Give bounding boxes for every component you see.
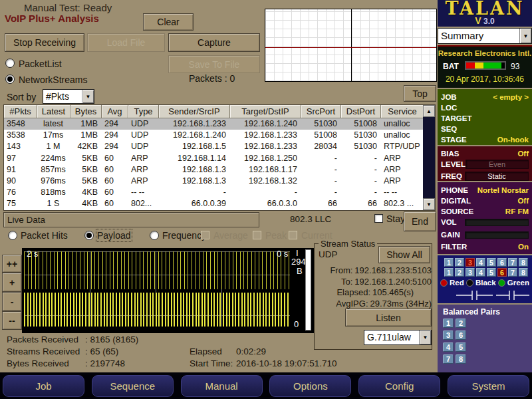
pair-button[interactable]: 3 <box>466 258 475 267</box>
table-row[interactable]: 97224ms5KB60ARP192.168.1.14192.168.1.250… <box>4 153 435 164</box>
pair-button[interactable]: 5 <box>487 268 496 277</box>
column-header[interactable]: #Pkts <box>4 105 37 118</box>
pair-button[interactable]: 4 <box>476 258 485 267</box>
pair-button[interactable]: 6 <box>497 258 507 267</box>
column-header[interactable]: Latest <box>37 105 70 118</box>
end-button[interactable]: End <box>404 211 436 231</box>
column-header[interactable]: Target/DstIP <box>230 105 301 118</box>
level-button[interactable]: Even <box>466 160 529 169</box>
pair-button[interactable]: 5 <box>487 258 496 267</box>
balanced-pair-button[interactable]: 8 <box>456 354 466 364</box>
pair-button[interactable]: 2 <box>455 258 464 267</box>
balanced-pair-button[interactable]: 4 <box>443 342 454 352</box>
nav-button-config[interactable]: Config <box>358 375 440 397</box>
save-to-file-button[interactable]: Save To File <box>168 55 260 73</box>
nav-button-sequence[interactable]: Sequence <box>92 375 174 397</box>
nav-button-job[interactable]: Job <box>3 375 84 397</box>
view-selector-dropdown[interactable]: Summary ▼ <box>438 28 532 44</box>
column-header[interactable]: Sender/SrcIP <box>159 105 230 118</box>
balanced-pair-button[interactable]: 5 <box>456 342 466 352</box>
gain-slider[interactable] <box>465 231 529 239</box>
zoom-in-button[interactable]: + <box>2 273 22 292</box>
chevron-down-icon[interactable]: ▼ <box>419 331 431 344</box>
zoom-out-button[interactable]: - <box>2 292 22 311</box>
pair-button[interactable]: 7 <box>508 268 517 277</box>
peak-checkbox[interactable] <box>253 231 261 239</box>
table-cell: 97 <box>4 153 37 164</box>
capture-button[interactable]: Capture <box>168 33 260 52</box>
sort-dropdown[interactable]: #Pkts ▼ <box>43 89 94 104</box>
table-cell: 1 S <box>37 198 70 209</box>
table-cell: 60 <box>102 187 128 198</box>
packet-hits-radio[interactable] <box>8 231 17 240</box>
table-row[interactable]: 1431 M42KB294UDP192.168.1.5192.168.1.233… <box>4 141 435 152</box>
current-checkbox[interactable] <box>289 231 297 239</box>
table-scrollbar[interactable]: ▲ ▼ <box>423 105 435 210</box>
pair-button[interactable]: 8 <box>519 268 528 277</box>
table-cell: 51008 <box>341 118 381 130</box>
pair-button[interactable]: 4 <box>476 268 485 277</box>
show-all-button[interactable]: Show All <box>378 246 430 263</box>
clear-button[interactable]: Clear <box>143 13 194 31</box>
vol-slider[interactable] <box>465 219 529 226</box>
scroll-down-icon[interactable]: ▼ <box>423 198 435 210</box>
column-header[interactable]: DstPort <box>341 105 381 118</box>
freq-label: FREQ <box>441 171 462 182</box>
zoom-out-fast-button[interactable]: -- <box>2 311 22 330</box>
nav-button-system[interactable]: System <box>448 375 529 397</box>
stop-receiving-button[interactable]: Stop Receiving <box>5 33 84 52</box>
table-cell: 192.168.1.5 <box>159 141 230 152</box>
balanced-pair-button[interactable]: 1 <box>443 319 454 328</box>
column-header[interactable]: Type <box>128 105 159 118</box>
codec-value: G.711ulaw <box>364 331 419 344</box>
freq-button[interactable]: Static <box>465 172 529 181</box>
pair-button[interactable]: 7 <box>508 258 517 267</box>
chevron-down-icon[interactable]: ▼ <box>519 29 531 43</box>
job-row: SEQ <box>441 124 529 134</box>
average-checkbox[interactable] <box>201 231 209 239</box>
table-cell: 51008 <box>301 130 341 141</box>
sidebar: TALAN V 3.0 Summary ▼ Research Electroni… <box>438 0 532 372</box>
chevron-down-icon[interactable]: ▼ <box>82 90 94 103</box>
table-cell: - <box>301 164 341 176</box>
zoom-in-fast-button[interactable]: ++ <box>2 255 22 273</box>
stream-status-title: Stream Status <box>319 239 377 249</box>
nav-button-options[interactable]: Options <box>269 375 351 397</box>
load-file-button[interactable]: Load File <box>87 33 165 52</box>
listen-button[interactable]: Listen <box>345 309 432 327</box>
codec-dropdown[interactable]: G.711ulaw ▼ <box>364 330 432 345</box>
payload-radio[interactable] <box>84 231 94 240</box>
pair-button[interactable]: 6 <box>497 268 507 277</box>
table-row[interactable]: 91857ms5KB60ARP192.168.1.3192.168.1.17--… <box>4 164 435 176</box>
column-header[interactable]: SrcPort <box>301 105 341 118</box>
table-row[interactable]: 90976ms5KB60ARP192.168.1.3192.168.1.32--… <box>4 176 435 187</box>
pair-button[interactable]: 1 <box>444 258 454 267</box>
scroll-up-icon[interactable]: ▲ <box>423 105 435 117</box>
packet-list-radio[interactable] <box>5 59 15 68</box>
pair-button[interactable]: 3 <box>466 268 475 277</box>
graph-cursor-strip[interactable] <box>305 249 311 331</box>
battery-gauge <box>465 61 506 70</box>
stay-at-end-checkbox[interactable] <box>374 214 383 223</box>
network-streams-radio[interactable] <box>5 74 15 84</box>
graph-max-value: 294 <box>291 257 306 267</box>
pair-button[interactable]: 2 <box>455 268 464 277</box>
table-row[interactable]: 3548latest1MB294UDP192.168.1.233192.168.… <box>4 118 435 130</box>
balanced-pair-button[interactable]: 7 <box>443 354 454 364</box>
table-row[interactable]: 353817ms1MB294UDP192.168.1.240192.168.1.… <box>4 130 435 141</box>
pair-button[interactable]: 8 <box>519 258 528 267</box>
balanced-pair-button[interactable]: 6 <box>456 331 466 340</box>
pair-button[interactable]: 1 <box>444 268 454 277</box>
column-header[interactable]: Bytes <box>70 105 102 118</box>
frequency-radio[interactable] <box>150 231 159 240</box>
nav-button-manual[interactable]: Manual <box>181 375 263 397</box>
column-header[interactable]: Avg <box>102 105 128 118</box>
balanced-pair-button[interactable]: 3 <box>443 331 454 340</box>
table-row[interactable]: 751 S4KB60802...66.0.0.3966.0.3.06666802… <box>4 198 435 209</box>
phone-label: PHONE <box>441 185 468 196</box>
table-row[interactable]: 76818ms4KB60-- -------- -- <box>4 187 435 198</box>
balanced-pair-button[interactable]: 2 <box>456 319 466 328</box>
column-header[interactable]: Service <box>381 105 424 118</box>
top-button[interactable]: Top <box>404 85 436 102</box>
live-data-label: Live Data <box>7 215 45 225</box>
